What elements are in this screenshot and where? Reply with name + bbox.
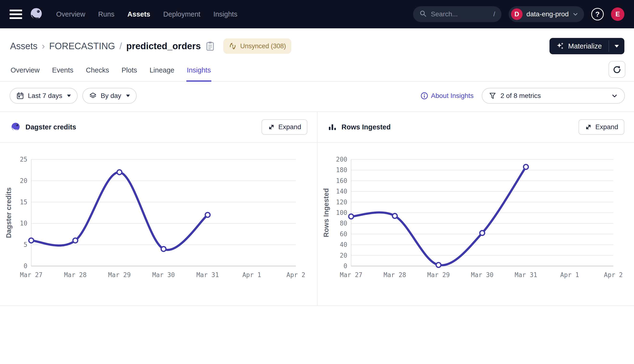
y-tick-label: 25 xyxy=(20,156,28,163)
x-tick-label: Mar 28 xyxy=(64,271,87,278)
deployment-initial-badge: D xyxy=(511,8,522,20)
data-point xyxy=(392,214,397,218)
chevron-down-icon xyxy=(572,11,578,17)
chart-panel-rows-ingested: Rows Ingested Expand 0204060801001201401… xyxy=(317,112,634,306)
expand-icon xyxy=(585,124,592,130)
date-range-filter[interactable]: Last 7 days xyxy=(10,88,78,104)
y-axis-title: Dagster credits xyxy=(5,187,12,238)
data-point xyxy=(161,246,166,252)
metrics-select[interactable]: 2 of 8 metrics xyxy=(482,88,625,104)
materialize-label: Materialize xyxy=(568,42,602,50)
nav-link-overview[interactable]: Overview xyxy=(56,10,85,18)
dagster-credits-icon xyxy=(10,122,21,132)
sync-status-label: Unsynced (308) xyxy=(240,42,286,50)
asset-tabs-row: Overview Events Checks Plots Lineage Ins… xyxy=(0,62,634,82)
x-tick-label: Mar 29 xyxy=(108,271,131,278)
caret-down-icon xyxy=(126,94,130,97)
series-line xyxy=(351,167,526,265)
x-tick-label: Mar 31 xyxy=(515,271,537,278)
data-point xyxy=(480,230,485,235)
refresh-icon xyxy=(612,65,622,74)
materialize-button[interactable]: Materialize xyxy=(550,38,608,54)
insights-charts-section: Dagster credits Expand 0510152025Mar 27M… xyxy=(0,112,634,306)
y-tick-label: 10 xyxy=(20,220,28,227)
top-nav: Overview Runs Assets Deployment Insights… xyxy=(0,0,634,28)
menu-button[interactable] xyxy=(10,10,22,19)
x-tick-label: Mar 27 xyxy=(340,271,362,278)
user-avatar[interactable]: E xyxy=(611,8,624,21)
search-input[interactable]: Search... / xyxy=(413,6,502,22)
y-tick-label: 100 xyxy=(336,209,347,216)
x-tick-label: Mar 28 xyxy=(384,271,406,278)
about-insights-link[interactable]: About Insights xyxy=(420,92,474,100)
materialize-options-button[interactable] xyxy=(609,38,624,54)
info-icon xyxy=(420,92,428,100)
help-button[interactable]: ? xyxy=(591,8,604,20)
nav-link-assets[interactable]: Assets xyxy=(128,10,150,18)
tab-checks[interactable]: Checks xyxy=(86,62,110,82)
tab-plots[interactable]: Plots xyxy=(121,62,137,82)
y-tick-label: 140 xyxy=(336,188,347,195)
x-tick-label: Apr 1 xyxy=(560,271,579,278)
y-axis-title: Rows Ingested xyxy=(322,188,330,238)
expand-button[interactable]: Expand xyxy=(578,119,624,135)
metrics-select-label: 2 of 8 metrics xyxy=(500,92,541,100)
avatar-initial: E xyxy=(616,10,620,18)
sync-status-badge[interactable]: Unsynced (308) xyxy=(223,38,291,54)
search-icon xyxy=(419,10,427,18)
tab-overview[interactable]: Overview xyxy=(10,62,40,82)
data-point xyxy=(436,263,441,268)
expand-label: Expand xyxy=(595,123,618,131)
breadcrumb-chevron: › xyxy=(42,41,45,52)
question-icon: ? xyxy=(595,10,600,18)
y-tick-label: 20 xyxy=(20,177,28,184)
y-tick-label: 200 xyxy=(336,156,347,163)
tab-events[interactable]: Events xyxy=(52,62,74,82)
nav-links: Overview Runs Assets Deployment Insights xyxy=(56,10,237,18)
expand-button[interactable]: Expand xyxy=(262,119,308,135)
data-point xyxy=(117,170,122,174)
x-tick-label: Apr 2 xyxy=(286,271,305,278)
breadcrumb-assets-link[interactable]: Assets xyxy=(10,41,38,52)
y-tick-label: 40 xyxy=(340,241,347,248)
sparkles-icon xyxy=(556,42,564,50)
caret-down-icon xyxy=(614,45,619,48)
copy-asset-name-button[interactable] xyxy=(206,41,215,51)
sync-alert-icon xyxy=(228,42,237,50)
x-tick-label: Mar 31 xyxy=(196,271,219,278)
deployment-switcher[interactable]: D data-eng-prod xyxy=(509,6,584,22)
granularity-filter[interactable]: By day xyxy=(82,88,137,104)
tab-insights[interactable]: Insights xyxy=(186,62,211,82)
bar-chart-icon xyxy=(328,123,337,131)
data-point xyxy=(349,214,354,219)
y-tick-label: 180 xyxy=(336,166,347,174)
calendar-icon xyxy=(16,92,24,100)
chevron-down-icon xyxy=(612,93,618,99)
y-tick-label: 120 xyxy=(336,198,347,206)
clipboard-icon xyxy=(206,41,215,51)
filter-funnel-icon xyxy=(489,92,496,100)
asset-header-row: Assets › FORECASTING / predicted_orders … xyxy=(0,28,634,54)
deployment-name: data-eng-prod xyxy=(526,10,569,18)
nav-link-deployment[interactable]: Deployment xyxy=(163,10,200,18)
refresh-button[interactable] xyxy=(608,61,625,78)
expand-icon xyxy=(268,124,275,130)
y-tick-label: 0 xyxy=(24,262,28,270)
breadcrumb-group-link[interactable]: FORECASTING xyxy=(49,41,115,52)
data-point xyxy=(29,238,34,243)
tab-lineage[interactable]: Lineage xyxy=(149,62,175,82)
layers-icon xyxy=(89,92,97,100)
date-range-label: Last 7 days xyxy=(28,92,62,100)
nav-link-insights[interactable]: Insights xyxy=(213,10,237,18)
chart-title: Rows Ingested xyxy=(342,123,391,131)
materialize-split-button: Materialize xyxy=(550,38,624,54)
asset-name: predicted_orders xyxy=(126,41,201,52)
y-tick-label: 0 xyxy=(344,262,347,270)
y-tick-label: 15 xyxy=(20,198,28,206)
about-insights-label: About Insights xyxy=(431,92,474,100)
x-tick-label: Mar 27 xyxy=(20,271,42,278)
chart-title: Dagster credits xyxy=(26,123,76,131)
insights-filter-row: Last 7 days By day About Insights 2 of 8… xyxy=(0,82,634,104)
expand-label: Expand xyxy=(278,123,301,131)
nav-link-runs[interactable]: Runs xyxy=(98,10,114,18)
